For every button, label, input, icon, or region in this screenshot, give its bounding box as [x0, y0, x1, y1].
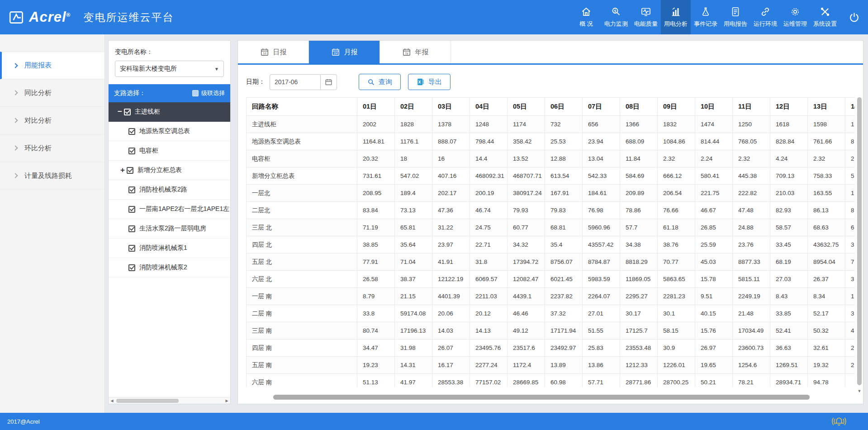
- value-cell: 23553.48: [620, 339, 658, 357]
- tree-node[interactable]: + 新增分立柜总表: [109, 161, 230, 180]
- checked-checkbox-icon[interactable]: [128, 128, 135, 135]
- report-tabs: 1d 日报 1M 月报 1y 年报: [238, 41, 863, 65]
- nav-operating-environment[interactable]: 运行环境: [750, 0, 780, 34]
- value-cell: 18: [395, 150, 432, 167]
- checked-checkbox-icon[interactable]: [128, 264, 135, 271]
- checked-checkbox-icon[interactable]: [128, 206, 135, 213]
- table-row: 地源热泵空调总表1164.811176.1888.07798.44358.422…: [247, 133, 855, 150]
- expand-plus-icon[interactable]: +: [119, 166, 127, 175]
- query-button-label: 查询: [379, 78, 392, 86]
- checked-checkbox-icon[interactable]: [128, 245, 135, 252]
- value-cell: 209.89: [620, 185, 658, 202]
- value-cell: 2264.07: [583, 288, 620, 305]
- checked-checkbox-icon[interactable]: [124, 109, 131, 115]
- value-cell: 40.15: [695, 305, 733, 322]
- nav-energy-analysis[interactable]: 用电分析: [661, 0, 691, 34]
- column-header: 03日: [432, 98, 470, 116]
- scroll-right-arrow-icon[interactable]: ▶: [223, 399, 230, 403]
- sidebar-item-energy-report[interactable]: 用能报表: [0, 52, 104, 79]
- notification-bell-button[interactable]: [831, 416, 847, 427]
- value-cell: 547.02: [395, 167, 432, 185]
- value-cell: 584.69: [620, 167, 658, 185]
- svg-text:1d: 1d: [263, 52, 266, 55]
- checked-checkbox-icon[interactable]: [127, 167, 133, 174]
- sidebar-item-yoy-analysis[interactable]: 同比分析: [0, 79, 104, 107]
- value-cell: 23.97: [432, 236, 470, 253]
- table-vertical-scrollbar[interactable]: ▼: [857, 97, 862, 394]
- checked-checkbox-icon[interactable]: [128, 225, 135, 232]
- tree-node[interactable]: 地源热泵空调总表: [109, 122, 230, 141]
- nav-label: 运行环境: [754, 20, 777, 28]
- circuit-name-cell: 六层 南: [247, 374, 357, 387]
- value-cell: 580.41: [695, 167, 733, 185]
- nav-system-settings[interactable]: 系统设置: [810, 0, 840, 34]
- logout-power-button[interactable]: [840, 0, 868, 34]
- cascade-select-toggle[interactable]: 级联选择: [192, 89, 225, 97]
- tree-horizontal-scrollbar[interactable]: ◀ ▶: [109, 397, 230, 404]
- export-button[interactable]: 导出: [408, 74, 451, 90]
- query-button[interactable]: 查询: [359, 74, 401, 90]
- value-cell: 77.91: [357, 253, 395, 271]
- value-cell: 68.81: [545, 219, 583, 236]
- scroll-down-arrow-icon[interactable]: ▼: [857, 389, 862, 393]
- value-cell: 1474: [695, 116, 733, 133]
- sidebar-item-line-loss[interactable]: 计量及线路损耗: [0, 162, 104, 190]
- table-row: 六层 北26.5838.3712122.196069.5712082.47602…: [247, 271, 855, 288]
- date-value: 2017-06: [275, 78, 298, 86]
- nav-power-monitoring[interactable]: 电力监测: [601, 0, 631, 34]
- nav-power-quality[interactable]: 电能质量: [631, 0, 661, 34]
- search-icon: [367, 78, 375, 86]
- value-cell: 50.21: [695, 374, 733, 387]
- value-cell: 8784.87: [583, 253, 620, 271]
- tree-node[interactable]: 消防喷淋机械泵2: [109, 258, 230, 277]
- nav-overview[interactable]: 概 况: [571, 0, 601, 34]
- tab-daily-report[interactable]: 1d 日报: [238, 41, 309, 63]
- value-cell: 12122.19: [432, 271, 470, 288]
- sidebar-item-comparison-analysis[interactable]: 对比分析: [0, 107, 104, 134]
- gear-icon: [790, 6, 801, 17]
- value-cell: 5: [845, 167, 855, 185]
- tab-monthly-report[interactable]: 1M 月报: [309, 41, 380, 63]
- nav-om-management[interactable]: 运维管理: [780, 0, 810, 34]
- scrollbar-thumb[interactable]: [116, 399, 179, 403]
- value-cell: 38.76: [658, 236, 695, 253]
- column-header: 02日: [395, 98, 432, 116]
- date-input[interactable]: 2017-06: [270, 74, 320, 90]
- value-cell: 33.8: [357, 305, 395, 322]
- value-cell: 46.74: [470, 202, 508, 219]
- cascade-label: 级联选择: [201, 89, 225, 97]
- value-cell: 51.13: [357, 374, 395, 387]
- value-cell: 19.65: [695, 357, 733, 374]
- cascade-checkbox-icon[interactable]: [192, 90, 199, 96]
- value-cell: 30.17: [620, 305, 658, 322]
- scroll-left-arrow-icon[interactable]: ◀: [109, 399, 115, 403]
- tab-yearly-report[interactable]: 1y 年报: [380, 41, 451, 63]
- sidebar-item-mom-analysis[interactable]: 环比分析: [0, 134, 104, 162]
- nav-energy-report[interactable]: 用电报告: [721, 0, 750, 34]
- collapse-minus-icon[interactable]: −: [116, 107, 124, 116]
- value-cell: 208.95: [357, 185, 395, 202]
- calendar-picker-button[interactable]: [320, 74, 337, 90]
- tree-node-main-incoming[interactable]: − 主进线柜: [109, 102, 230, 122]
- value-cell: 12.88: [545, 150, 583, 167]
- nav-event-records[interactable]: 事件记录: [691, 0, 721, 34]
- checked-checkbox-icon[interactable]: [128, 148, 135, 154]
- left-sidebar: 用能报表 同比分析 对比分析 环比分析 计量及线路损耗: [0, 34, 105, 413]
- value-cell: 6: [845, 219, 855, 236]
- tree-node[interactable]: 消防喷淋机械泵1: [109, 239, 230, 258]
- value-cell: 5863.65: [658, 271, 695, 288]
- nav-label: 用电报告: [724, 20, 747, 28]
- tab-label: 年报: [415, 48, 429, 57]
- tree-node[interactable]: 消防栓机械泵2路: [109, 180, 230, 200]
- tree-node[interactable]: 生活水泵2路一层弱电房: [109, 219, 230, 239]
- tree-node[interactable]: 一层南1APE2右一层北1APE1左: [109, 200, 230, 219]
- station-select[interactable]: 安科瑞新大楼变电所 ▼: [115, 61, 224, 77]
- column-header: 11日: [733, 98, 770, 116]
- checked-checkbox-icon[interactable]: [128, 186, 135, 193]
- tree-node[interactable]: 电容柜: [109, 141, 230, 161]
- scrollbar-thumb[interactable]: [857, 97, 862, 385]
- table-horizontal-scrollbar[interactable]: [273, 395, 810, 400]
- value-cell: 76.66: [658, 202, 695, 219]
- value-cell: 2.32: [658, 150, 695, 167]
- circuit-name-cell: 一层 南: [247, 288, 357, 305]
